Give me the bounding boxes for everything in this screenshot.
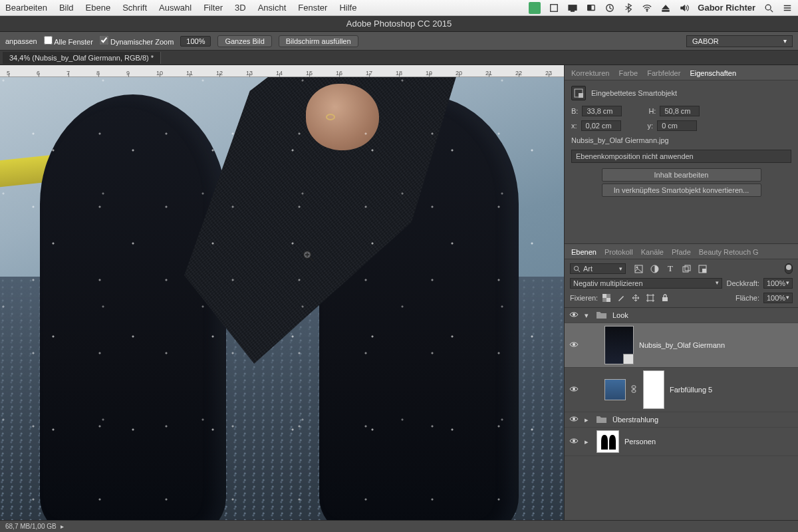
visibility-toggle[interactable] [569, 386, 579, 394]
fill-screen-button[interactable]: Bildschirm ausfüllen [279, 35, 358, 47]
resize-to-fit-label: anpassen [5, 37, 37, 45]
menu-select[interactable]: Auswahl [159, 3, 192, 13]
layer-name[interactable]: Look [612, 311, 628, 319]
svg-point-12 [574, 266, 578, 270]
wifi-icon[interactable] [642, 3, 652, 13]
y-field[interactable]: 0 cm [657, 120, 697, 131]
layer-name[interactable]: Nubsis_by_Olaf Giermann [639, 341, 725, 349]
layer-name[interactable]: Personen [624, 438, 656, 446]
visibility-toggle[interactable] [569, 438, 579, 446]
layer-group-glow[interactable]: ▸ Überstrahlung [565, 412, 798, 428]
layer-name[interactable]: Überstrahlung [612, 416, 658, 424]
visibility-toggle[interactable] [569, 311, 579, 319]
svg-rect-19 [702, 269, 706, 273]
visibility-toggle[interactable] [569, 341, 579, 349]
lock-transparency-icon[interactable] [602, 293, 611, 303]
layer-thumbnail[interactable] [604, 379, 626, 400]
menu-type[interactable]: Schrift [122, 3, 147, 13]
filter-smart-icon[interactable] [698, 264, 707, 273]
tab-paths[interactable]: Pfade [672, 248, 691, 256]
blend-mode-select[interactable]: Negativ multiplizieren [570, 278, 722, 289]
time-machine-icon[interactable] [604, 3, 615, 13]
x-field[interactable]: 0,02 cm [581, 120, 621, 131]
tab-channels[interactable]: Kanäle [641, 248, 664, 256]
tab-beauty-retouch[interactable]: Beauty Retouch G [699, 248, 759, 256]
tab-history[interactable]: Protokoll [604, 248, 633, 256]
tab-swatches[interactable]: Farbfelder [647, 69, 680, 77]
all-windows-checkbox[interactable]: Alle Fenster [44, 36, 93, 46]
document-tab[interactable]: 34,4% (Nubsis_by_Olaf Giermann, RGB/8) * [3, 52, 161, 64]
menubar-username[interactable]: Gabor Richter [698, 3, 755, 13]
opacity-field[interactable]: 100% [763, 278, 793, 289]
filter-pixel-icon[interactable] [634, 264, 643, 273]
document-size[interactable]: 68,7 MB/1,00 GB [5, 523, 57, 530]
kind-label: Art [583, 265, 593, 273]
fit-screen-button[interactable]: Ganzes Bild [217, 35, 271, 47]
filter-shape-icon[interactable] [682, 264, 691, 273]
lock-pixels-icon[interactable] [616, 293, 626, 303]
convert-linked-button[interactable]: In verknüpftes Smartobjekt konvertieren.… [602, 184, 761, 197]
menu-3d[interactable]: 3D [235, 3, 246, 13]
menu-edit[interactable]: Bearbeiten [5, 3, 47, 13]
ruler-tick: 11 [186, 70, 193, 76]
menubar-display-icon[interactable] [567, 3, 578, 13]
volume-icon[interactable] [679, 3, 690, 13]
status-disclosure-icon[interactable]: ▸ [61, 523, 64, 530]
menu-layer[interactable]: Ebene [86, 3, 111, 13]
lock-position-icon[interactable] [631, 293, 640, 303]
disclosure-triangle[interactable]: ▾ [585, 311, 591, 320]
menu-image[interactable]: Bild [59, 3, 74, 13]
bluetooth-icon[interactable] [623, 3, 634, 13]
filter-type-icon[interactable]: T [666, 264, 675, 273]
tab-color[interactable]: Farbe [618, 69, 638, 77]
lock-all-icon[interactable] [660, 293, 670, 303]
menu-window[interactable]: Fenster [298, 3, 327, 13]
ruler-tick: 17 [366, 70, 372, 76]
menubar-screen-icon[interactable] [586, 3, 597, 13]
edit-contents-button[interactable]: Inhalt bearbeiten [602, 168, 761, 182]
document-tab-bar: 34,4% (Nubsis_by_Olaf Giermann, RGB/8) * [0, 51, 798, 65]
filter-adjustment-icon[interactable] [650, 264, 659, 273]
opacity-value: 100% [767, 279, 785, 287]
visibility-toggle[interactable] [569, 416, 579, 424]
layer-comp-dropdown[interactable]: Ebenenkomposition nicht anwenden [571, 150, 791, 163]
workspace-selector[interactable]: GABOR [686, 35, 793, 47]
link-mask-icon[interactable] [631, 385, 638, 394]
ruler-tick: 9 [126, 70, 130, 76]
width-field[interactable]: 33,8 cm [582, 106, 622, 116]
disclosure-triangle[interactable]: ▸ [585, 416, 591, 424]
menu-help[interactable]: Hilfe [339, 3, 356, 13]
zoom-value-field[interactable]: 100% [180, 36, 211, 47]
layer-thumbnail[interactable] [604, 326, 634, 364]
layer-fill[interactable]: Farbfüllung 5 [565, 368, 798, 412]
scrubby-zoom-checkbox[interactable]: Dynamischer Zoom [100, 36, 174, 46]
layer-kind-filter[interactable]: Art [570, 263, 626, 274]
tab-adjustments[interactable]: Korrekturen [571, 69, 609, 77]
svg-point-14 [636, 266, 638, 268]
notification-center-icon[interactable] [782, 3, 793, 13]
spotlight-icon[interactable] [763, 3, 774, 13]
ruler-tick: 15 [306, 70, 313, 76]
menubar-app-icon[interactable] [529, 2, 541, 14]
disclosure-triangle[interactable]: ▸ [585, 438, 591, 446]
layer-group-look[interactable]: ▾ Look [565, 308, 798, 323]
layer-mask-thumbnail[interactable] [597, 430, 619, 453]
layer-persons[interactable]: ▸ Personen [565, 428, 798, 456]
menu-filter[interactable]: Filter [203, 3, 223, 13]
tab-layers[interactable]: Ebenen [571, 248, 597, 256]
menubar-box-icon[interactable] [549, 3, 559, 13]
ruler-tick: 7 [66, 70, 70, 76]
fill-opacity-field[interactable]: 100% [763, 293, 793, 303]
height-field[interactable]: 50,8 cm [660, 106, 700, 116]
document-canvas[interactable] [0, 77, 564, 520]
tab-properties[interactable]: Eigenschaften [690, 69, 736, 77]
layer-mask-thumbnail[interactable] [643, 370, 664, 409]
layer-name[interactable]: Farbfüllung 5 [670, 386, 712, 394]
lock-artboard-icon[interactable] [646, 293, 655, 303]
menu-view[interactable]: Ansicht [258, 3, 287, 13]
filter-toggle[interactable] [785, 263, 793, 274]
eject-icon[interactable] [660, 3, 671, 13]
svg-rect-17 [685, 265, 690, 271]
ruler-horizontal[interactable]: 5 6 7 8 9 10 11 12 13 14 15 16 17 18 19 … [0, 65, 564, 77]
layer-smart-object[interactable]: Nubsis_by_Olaf Giermann [565, 323, 798, 368]
